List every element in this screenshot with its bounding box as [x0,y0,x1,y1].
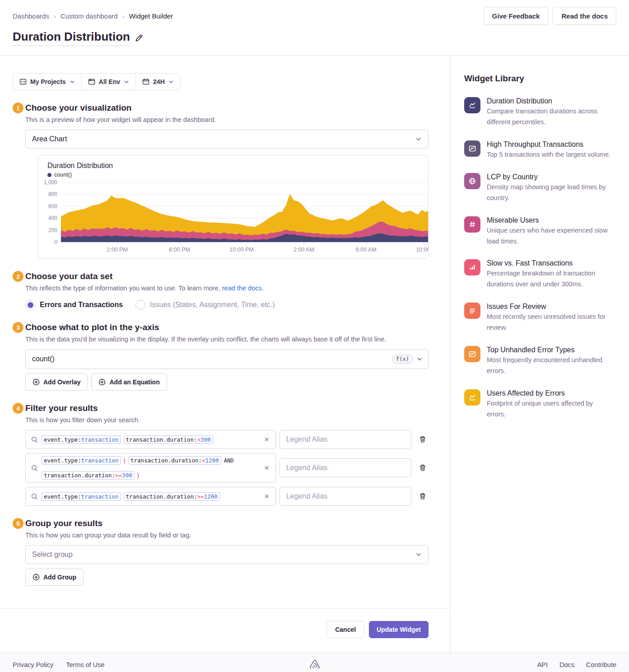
breadcrumb-widget-builder: Widget Builder [129,12,173,20]
search-token[interactable]: transaction.duration:>=300 [42,471,135,480]
give-feedback-button[interactable]: Give Feedback [484,7,549,25]
update-widget-button[interactable]: Update Widget [369,621,429,638]
legend-alias-input[interactable]: Legend Alias [280,430,411,449]
page-title[interactable]: Duration Distribution [13,30,130,46]
delete-filter-trash-icon[interactable] [417,434,429,445]
breadcrumb-custom-dashboard[interactable]: Custom dashboard [61,12,118,20]
search-token[interactable]: event.type:transaction [42,456,121,465]
project-icon [19,78,27,85]
add-equation-button[interactable]: Add an Equation [91,373,167,391]
boolean-operator: AND [224,457,234,464]
line-chart-icon [464,97,480,113]
filter-search-input[interactable]: event.type:transactiontransaction.durati… [25,430,276,449]
delete-filter-trash-icon[interactable] [417,462,429,474]
search-token[interactable]: event.type:transaction [42,435,121,444]
y-axis-function-select[interactable]: count() f(x) [25,349,429,369]
top-bar: Dashboards › Custom dashboard › Widget B… [0,0,629,25]
step-description: This reflects the type of information yo… [25,285,429,292]
read-the-docs-button[interactable]: Read the docs [553,7,616,25]
chevron-down-icon [415,136,422,142]
chevron-right-icon: › [122,12,125,20]
chevron-down-icon [415,551,422,558]
step-number-badge: 5 [13,518,23,529]
filter-row: event.type:transaction(transaction.durat… [25,453,429,483]
chart-title: Duration Distribution [38,162,428,170]
step-y-axis: 3 Choose what to plot in the y-axis This… [13,322,429,391]
step-filter: 4 Filter your results This is how you fi… [13,403,429,506]
filter-search-input[interactable]: event.type:transaction(transaction.durat… [25,453,276,483]
group-select[interactable]: Select group [25,545,429,564]
contribute-link[interactable]: Contribute [586,661,616,668]
content-layout: My Projects All Env 24H [0,55,629,653]
library-item-high-throughput[interactable]: High Throughput TransactionsTop 5 transa… [464,140,616,160]
environment-filter-dropdown[interactable]: All Env [81,74,135,90]
list-icon [464,303,480,319]
library-item-duration-distribution[interactable]: Duration DistributionCompare transaction… [464,97,616,128]
add-overlay-button[interactable]: Add Overlay [25,373,88,391]
legend-alias-input[interactable]: Legend Alias [280,458,411,477]
privacy-policy-link[interactable]: Privacy Policy [13,661,53,668]
svg-text:10:00 PM: 10:00 PM [229,247,254,253]
add-group-button[interactable]: Add Group [25,569,84,586]
date-range-dropdown[interactable]: 24H [135,74,180,90]
edit-title-pencil-icon[interactable] [135,34,143,42]
paren: ) [136,472,140,479]
radio-errors-transactions[interactable]: Errors and Transactions [25,300,123,310]
step-description: This is the data you'd be visualizing in… [25,336,429,343]
window-icon [88,78,95,85]
sentry-logo-icon[interactable] [309,659,321,671]
svg-text:10:00 AM: 10:00 AM [416,247,429,253]
step-title: Choose your visualization [25,103,131,113]
calendar-icon [142,78,149,85]
docs-link[interactable]: Docs [559,661,574,668]
step-title: Choose your data set [25,271,112,281]
library-item-miserable-users[interactable]: Miserable UsersUnique users who have exp… [464,216,616,247]
clear-search-icon[interactable]: × [263,435,270,443]
delete-filter-trash-icon[interactable] [417,490,429,502]
svg-text:400: 400 [48,215,57,221]
library-item-lcp-by-country[interactable]: LCP by CountryDensity map showing page l… [464,173,616,204]
api-link[interactable]: API [537,661,548,668]
step-title: Filter your results [25,403,98,413]
radio-issues[interactable]: Issues (States, Assignment, Time, etc.) [135,300,275,310]
widget-library-sidebar: Widget Library Duration DistributionComp… [450,56,629,653]
filter-search-input[interactable]: event.type:transactiontransaction.durati… [25,487,276,506]
chevron-down-icon [70,79,75,84]
library-item-users-affected[interactable]: Users Affected by ErrorsFootprint of uni… [464,389,616,420]
search-token[interactable]: transaction.duration:>=1200 [124,492,220,501]
clear-search-icon[interactable]: × [263,492,270,500]
title-row: Duration Distribution [0,25,629,55]
library-item-top-unhandled-errors[interactable]: Top Unhandled Error TypesMost frequently… [464,346,616,377]
search-token[interactable]: transaction.duration:<300 [124,435,213,444]
globe-icon [464,173,480,189]
legend-label: count() [54,172,72,178]
radio-selected-icon [25,300,35,310]
clear-search-icon[interactable]: × [263,464,270,472]
read-the-docs-link[interactable]: read the docs [222,285,262,292]
legend-alias-placeholder: Legend Alias [286,435,328,443]
step-dataset: 2 Choose your data set This reflects the… [13,271,429,310]
library-item-issues-for-review[interactable]: Issues For ReviewMost recently seen unre… [464,303,616,333]
environment-filter-label: All Env [99,78,120,85]
line-chart-icon [464,389,480,406]
widget-builder-page: Dashboards › Custom dashboard › Widget B… [0,0,629,672]
breadcrumb: Dashboards › Custom dashboard › Widget B… [13,12,173,20]
frame-chart-icon [464,140,480,157]
chart-legend[interactable]: count() [38,170,428,179]
project-filter-dropdown[interactable]: My Projects [13,74,81,90]
plus-circle-icon [33,574,40,581]
library-item-slow-vs-fast[interactable]: Slow vs. Fast TransactionsPercentage bre… [464,259,616,290]
breadcrumb-dashboards[interactable]: Dashboards [13,12,49,20]
legend-alias-input[interactable]: Legend Alias [280,487,411,506]
terms-of-use-link[interactable]: Terms of Use [66,661,104,668]
chevron-down-icon [168,79,174,84]
search-token[interactable]: event.type:transaction [42,492,121,501]
widget-library-title: Widget Library [464,74,616,84]
visualization-type-select[interactable]: Area Chart [25,130,429,149]
search-icon [31,465,38,471]
filter-row: event.type:transactiontransaction.durati… [25,487,429,506]
widget-library-list: Duration DistributionCompare transaction… [464,97,616,420]
dataset-radio-group: Errors and Transactions Issues (States, … [25,300,429,310]
cancel-button[interactable]: Cancel [326,621,364,638]
search-token[interactable]: transaction.duration:<1200 [128,456,221,465]
